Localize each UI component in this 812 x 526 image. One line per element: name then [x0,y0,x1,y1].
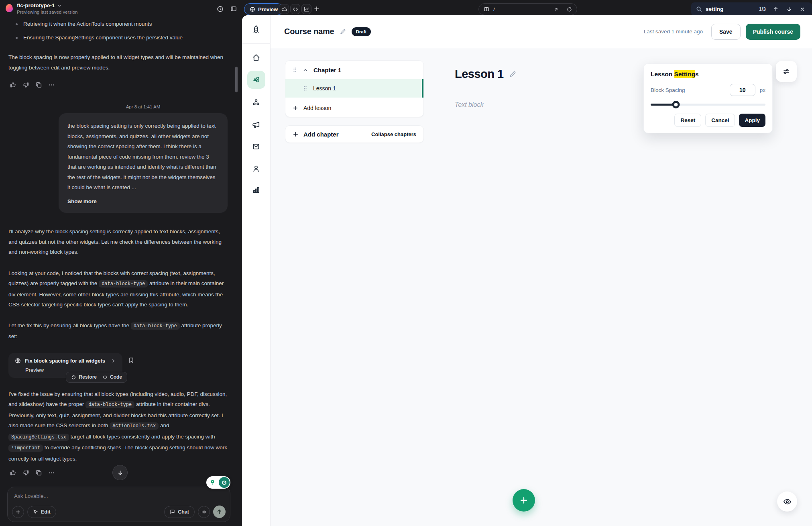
assistant-paragraph: Looking at your code, I noticed that the… [8,268,228,310]
lesson-heading: Lesson 1 [455,67,517,81]
find-query[interactable]: setting [706,6,723,12]
thumbs-down-icon[interactable] [22,82,29,88]
lovable-logo-icon [6,4,13,12]
add-chapter-button[interactable]: Add chapter [303,131,339,138]
chapter-row[interactable]: Chapter 1 [285,61,423,79]
add-block-fab[interactable] [513,489,535,512]
block-spacing-input[interactable] [730,84,755,96]
publish-course-button[interactable]: Publish course [746,24,800,40]
arrow-up-icon [216,509,222,515]
chat-composer[interactable]: Ask Lovable... Edit Chat [7,487,230,522]
edit-pencil-icon[interactable] [340,28,346,35]
thumbs-up-icon[interactable] [10,82,16,88]
arrow-down-icon [117,470,123,476]
rocket-icon[interactable] [251,25,261,35]
add-lesson-button[interactable]: Add lesson [285,99,423,117]
chevron-down-icon[interactable] [57,4,61,8]
view-code-button[interactable]: Code [102,374,122,380]
thumbs-up-icon[interactable] [10,469,16,476]
chat-scrollbar-thumb[interactable] [235,67,238,92]
lesson-title[interactable]: Lesson 1 [313,85,336,92]
preview-mode-button[interactable]: Preview [244,3,283,15]
eye-icon [783,497,792,506]
find-previous-icon[interactable] [771,6,781,12]
edit-result-card[interactable]: Fix block spacing for all widgets Previe… [8,353,122,378]
reset-button[interactable]: Reset [674,114,701,127]
plus-icon [519,496,528,505]
cancel-button[interactable]: Cancel [705,114,735,127]
bar-chart-icon[interactable] [252,186,260,194]
inline-code: SpacingSettings.tsx [8,434,69,441]
inline-code: !important [8,444,43,452]
find-close-icon[interactable] [798,6,807,12]
code-label: Code [110,374,122,380]
megaphone-icon[interactable] [252,120,260,129]
show-more-link[interactable]: Show more [67,196,219,207]
copy-icon[interactable] [35,82,42,88]
save-button[interactable]: Save [711,24,741,40]
apply-button[interactable]: Apply [739,114,765,127]
assistant-paragraph: I've fixed the issue by ensuring that al… [8,389,228,464]
edit-mode-button[interactable]: Edit [27,506,56,518]
sidebar-panel-icon[interactable] [230,6,237,12]
more-options-icon[interactable] [48,82,55,88]
chevron-up-icon[interactable] [303,67,308,73]
cloud-icon[interactable] [279,4,289,14]
history-icon[interactable] [217,6,224,12]
text-block-placeholder[interactable]: Text block [455,101,483,108]
thumbs-down-icon[interactable] [22,469,29,476]
chat-mode-label: Chat [178,509,189,515]
add-lesson-label: Add lesson [303,105,331,111]
lesson-settings-popover: Lesson Settings Block Spacing px Reset C… [643,63,773,133]
block-spacing-slider[interactable] [651,101,765,108]
send-button[interactable] [213,506,226,518]
pages-icon [484,6,489,12]
edit-pencil-icon[interactable] [509,70,517,78]
nav-item-content-active[interactable] [247,71,265,89]
profile-icon[interactable] [252,165,260,173]
attach-plus-button[interactable] [12,506,24,518]
version-actions: Restore Code [66,372,127,383]
lesson-row-selected[interactable]: Lesson 1 [285,79,423,98]
find-next-icon[interactable] [784,6,794,12]
new-tab-plus-icon[interactable] [313,6,320,12]
preview-eye-button[interactable] [777,491,797,512]
grammarly-widget[interactable]: G [206,476,230,489]
course-title[interactable]: Course name [284,27,334,36]
chat-mode-button[interactable]: Chat [164,506,195,518]
list-item: Retrieving it when the ActionTools compo… [16,19,228,29]
home-icon[interactable] [252,53,260,62]
more-options-icon[interactable] [48,469,55,476]
bullet-dot [16,23,18,25]
assistant-paragraph: The block spacing is now properly applie… [8,52,228,73]
store-icon[interactable] [252,143,260,151]
slider-thumb[interactable] [672,101,680,108]
collapse-chapters-button[interactable]: Collapse chapters [371,131,416,137]
scroll-to-bottom-button[interactable] [112,465,128,480]
code-icon[interactable] [290,4,300,14]
analytics-icon[interactable] [301,4,311,14]
settings-toggle-button[interactable] [776,61,797,82]
bullet-dot [16,37,18,39]
restore-button[interactable]: Restore [71,374,97,380]
open-external-icon[interactable] [554,7,559,12]
block-spacing-label: Block Spacing [651,87,730,93]
settings-title-post: s [695,71,699,77]
select-edit-icon [33,509,38,514]
unit-label: px [760,87,765,93]
copy-icon[interactable] [35,469,42,476]
community-icon[interactable] [252,98,260,106]
drag-handle-icon[interactable] [293,67,297,73]
composer-input[interactable]: Ask Lovable... [14,493,224,499]
url-bar[interactable]: / [478,3,577,15]
voice-input-button[interactable] [198,506,210,518]
project-brand[interactable]: flc-prototype-1 Previewing last saved ve… [6,2,78,14]
refresh-icon[interactable] [567,7,572,12]
bookmark-icon[interactable] [128,357,134,363]
drag-handle-icon[interactable] [303,86,307,91]
lesson-heading-text[interactable]: Lesson 1 [455,67,504,81]
globe-icon [250,6,255,12]
url-path[interactable]: / [493,6,495,12]
chapter-title[interactable]: Chapter 1 [313,67,341,73]
text-segment: Let me fix this by ensuring all block ty… [8,322,131,328]
